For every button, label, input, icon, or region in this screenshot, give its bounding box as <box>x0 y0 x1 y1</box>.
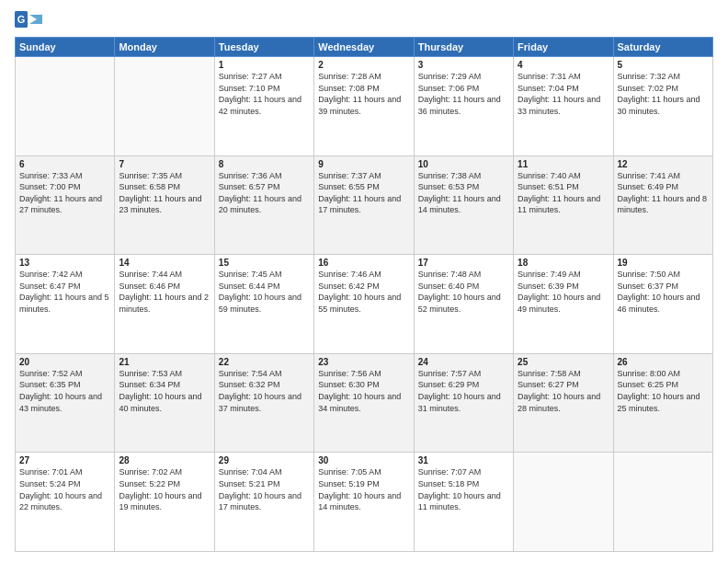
day-detail: Sunrise: 7:44 AM Sunset: 6:46 PM Dayligh… <box>119 269 210 315</box>
day-number: 20 <box>19 357 110 367</box>
day-number: 17 <box>418 258 509 268</box>
calendar-cell: 27Sunrise: 7:01 AM Sunset: 5:24 PM Dayli… <box>16 453 115 552</box>
day-detail: Sunrise: 7:41 AM Sunset: 6:49 PM Dayligh… <box>618 170 709 216</box>
day-detail: Sunrise: 7:56 AM Sunset: 6:30 PM Dayligh… <box>318 368 409 414</box>
day-number: 8 <box>219 159 310 169</box>
day-number: 6 <box>19 159 110 169</box>
day-number: 3 <box>418 60 509 70</box>
calendar-cell: 12Sunrise: 7:41 AM Sunset: 6:49 PM Dayli… <box>613 155 712 255</box>
calendar-cell: 11Sunrise: 7:40 AM Sunset: 6:51 PM Dayli… <box>514 155 613 255</box>
day-detail: Sunrise: 7:04 AM Sunset: 5:21 PM Dayligh… <box>219 466 310 512</box>
day-number: 22 <box>219 357 310 367</box>
week-row-5: 27Sunrise: 7:01 AM Sunset: 5:24 PM Dayli… <box>16 453 713 552</box>
logo-icon: G <box>15 11 42 28</box>
day-detail: Sunrise: 7:50 AM Sunset: 6:37 PM Dayligh… <box>618 269 709 315</box>
calendar-cell <box>16 57 115 156</box>
day-number: 14 <box>119 258 210 268</box>
calendar-cell: 10Sunrise: 7:38 AM Sunset: 6:53 PM Dayli… <box>414 155 513 255</box>
calendar-cell <box>514 453 613 552</box>
day-detail: Sunrise: 7:54 AM Sunset: 6:32 PM Dayligh… <box>219 368 310 414</box>
day-number: 16 <box>318 258 409 268</box>
calendar-cell: 4Sunrise: 7:31 AM Sunset: 7:04 PM Daylig… <box>514 57 613 156</box>
day-detail: Sunrise: 7:01 AM Sunset: 5:24 PM Dayligh… <box>19 466 110 512</box>
weekday-header-sunday: Sunday <box>16 38 115 57</box>
day-detail: Sunrise: 7:38 AM Sunset: 6:53 PM Dayligh… <box>418 170 509 216</box>
calendar-cell: 7Sunrise: 7:35 AM Sunset: 6:58 PM Daylig… <box>115 155 214 255</box>
day-number: 27 <box>19 455 110 465</box>
calendar-cell: 20Sunrise: 7:52 AM Sunset: 6:35 PM Dayli… <box>16 353 115 453</box>
calendar-cell: 22Sunrise: 7:54 AM Sunset: 6:32 PM Dayli… <box>214 353 313 453</box>
day-number: 30 <box>318 455 409 465</box>
day-number: 23 <box>318 357 409 367</box>
day-detail: Sunrise: 7:37 AM Sunset: 6:55 PM Dayligh… <box>318 170 409 216</box>
calendar-cell: 31Sunrise: 7:07 AM Sunset: 5:18 PM Dayli… <box>414 453 513 552</box>
day-detail: Sunrise: 7:02 AM Sunset: 5:22 PM Dayligh… <box>119 466 210 512</box>
calendar-table: SundayMondayTuesdayWednesdayThursdayFrid… <box>15 37 713 552</box>
week-row-2: 6Sunrise: 7:33 AM Sunset: 7:00 PM Daylig… <box>16 155 713 255</box>
day-detail: Sunrise: 7:05 AM Sunset: 5:19 PM Dayligh… <box>318 466 409 512</box>
calendar-cell: 18Sunrise: 7:49 AM Sunset: 6:39 PM Dayli… <box>514 255 613 354</box>
calendar-cell: 19Sunrise: 7:50 AM Sunset: 6:37 PM Dayli… <box>613 255 712 354</box>
day-detail: Sunrise: 7:45 AM Sunset: 6:44 PM Dayligh… <box>219 269 310 315</box>
svg-marker-2 <box>29 15 42 24</box>
calendar-cell: 15Sunrise: 7:45 AM Sunset: 6:44 PM Dayli… <box>214 255 313 354</box>
calendar-cell: 24Sunrise: 7:57 AM Sunset: 6:29 PM Dayli… <box>414 353 513 453</box>
day-number: 24 <box>418 357 509 367</box>
week-row-1: 1Sunrise: 7:27 AM Sunset: 7:10 PM Daylig… <box>16 57 713 156</box>
calendar-cell: 17Sunrise: 7:48 AM Sunset: 6:40 PM Dayli… <box>414 255 513 354</box>
day-detail: Sunrise: 7:36 AM Sunset: 6:57 PM Dayligh… <box>219 170 310 216</box>
calendar-cell: 6Sunrise: 7:33 AM Sunset: 7:00 PM Daylig… <box>16 155 115 255</box>
day-number: 18 <box>518 258 609 268</box>
day-number: 5 <box>618 60 709 70</box>
day-number: 10 <box>418 159 509 169</box>
calendar-cell: 30Sunrise: 7:05 AM Sunset: 5:19 PM Dayli… <box>314 453 414 552</box>
day-detail: Sunrise: 7:42 AM Sunset: 6:47 PM Dayligh… <box>19 269 110 315</box>
calendar-cell: 26Sunrise: 8:00 AM Sunset: 6:25 PM Dayli… <box>613 353 712 453</box>
weekday-header-thursday: Thursday <box>414 38 513 57</box>
calendar-cell: 1Sunrise: 7:27 AM Sunset: 7:10 PM Daylig… <box>214 57 313 156</box>
day-number: 2 <box>318 60 409 70</box>
weekday-header-monday: Monday <box>115 38 214 57</box>
day-detail: Sunrise: 7:29 AM Sunset: 7:06 PM Dayligh… <box>418 71 509 117</box>
week-row-3: 13Sunrise: 7:42 AM Sunset: 6:47 PM Dayli… <box>16 255 713 354</box>
day-detail: Sunrise: 7:35 AM Sunset: 6:58 PM Dayligh… <box>119 170 210 216</box>
day-number: 15 <box>219 258 310 268</box>
calendar-cell: 8Sunrise: 7:36 AM Sunset: 6:57 PM Daylig… <box>214 155 313 255</box>
weekday-header-wednesday: Wednesday <box>314 38 414 57</box>
week-row-4: 20Sunrise: 7:52 AM Sunset: 6:35 PM Dayli… <box>16 353 713 453</box>
day-detail: Sunrise: 7:32 AM Sunset: 7:02 PM Dayligh… <box>618 71 709 117</box>
day-number: 31 <box>418 455 509 465</box>
day-detail: Sunrise: 7:40 AM Sunset: 6:51 PM Dayligh… <box>518 170 609 216</box>
day-detail: Sunrise: 7:33 AM Sunset: 7:00 PM Dayligh… <box>19 170 110 216</box>
calendar-cell <box>115 57 214 156</box>
calendar-cell: 16Sunrise: 7:46 AM Sunset: 6:42 PM Dayli… <box>314 255 414 354</box>
day-detail: Sunrise: 7:27 AM Sunset: 7:10 PM Dayligh… <box>219 71 310 117</box>
day-number: 9 <box>318 159 409 169</box>
day-number: 28 <box>119 455 210 465</box>
day-detail: Sunrise: 7:31 AM Sunset: 7:04 PM Dayligh… <box>518 71 609 117</box>
day-number: 1 <box>219 60 310 70</box>
day-number: 12 <box>618 159 709 169</box>
logo: G <box>15 11 42 29</box>
header: G <box>15 11 713 29</box>
weekday-header-row: SundayMondayTuesdayWednesdayThursdayFrid… <box>16 38 713 57</box>
weekday-header-tuesday: Tuesday <box>214 38 313 57</box>
day-detail: Sunrise: 7:07 AM Sunset: 5:18 PM Dayligh… <box>418 466 509 512</box>
calendar-cell: 3Sunrise: 7:29 AM Sunset: 7:06 PM Daylig… <box>414 57 513 156</box>
calendar-cell: 21Sunrise: 7:53 AM Sunset: 6:34 PM Dayli… <box>115 353 214 453</box>
calendar-cell: 14Sunrise: 7:44 AM Sunset: 6:46 PM Dayli… <box>115 255 214 354</box>
calendar-cell <box>613 453 712 552</box>
calendar-cell: 23Sunrise: 7:56 AM Sunset: 6:30 PM Dayli… <box>314 353 414 453</box>
day-detail: Sunrise: 7:28 AM Sunset: 7:08 PM Dayligh… <box>318 71 409 117</box>
day-number: 25 <box>518 357 609 367</box>
calendar-page: G SundayMondayTuesdayWednesdayThursdayFr… <box>0 0 728 563</box>
day-detail: Sunrise: 7:49 AM Sunset: 6:39 PM Dayligh… <box>518 269 609 315</box>
day-number: 19 <box>618 258 709 268</box>
day-detail: Sunrise: 7:58 AM Sunset: 6:27 PM Dayligh… <box>518 368 609 414</box>
day-number: 29 <box>219 455 310 465</box>
calendar-cell: 28Sunrise: 7:02 AM Sunset: 5:22 PM Dayli… <box>115 453 214 552</box>
day-detail: Sunrise: 8:00 AM Sunset: 6:25 PM Dayligh… <box>618 368 709 414</box>
weekday-header-saturday: Saturday <box>613 38 712 57</box>
day-number: 4 <box>518 60 609 70</box>
calendar-cell: 29Sunrise: 7:04 AM Sunset: 5:21 PM Dayli… <box>214 453 313 552</box>
